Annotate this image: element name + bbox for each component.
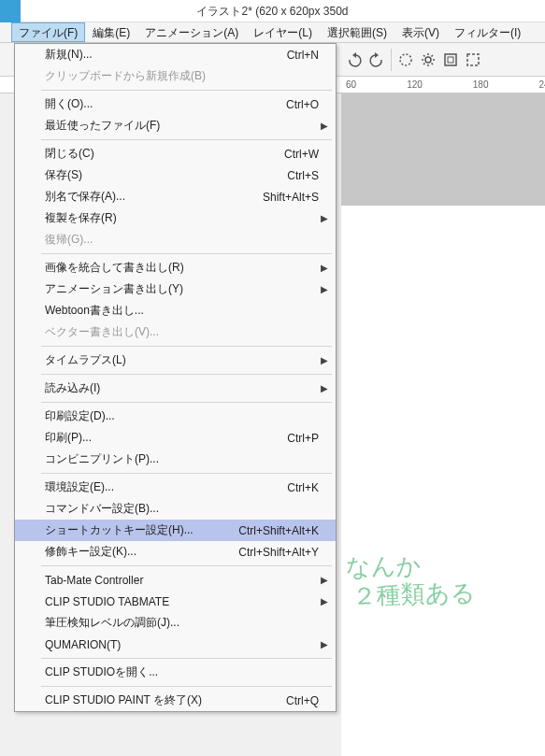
shortcut: Ctrl+Q bbox=[286, 694, 319, 707]
label: 画像を統合して書き出し(R) bbox=[45, 260, 184, 276]
menu-item-close[interactable]: 閉じる(C)Ctrl+W bbox=[15, 143, 336, 164]
label: 複製を保存(R) bbox=[45, 210, 117, 226]
gear-icon[interactable] bbox=[420, 51, 437, 68]
chevron-right-icon: ▶ bbox=[321, 575, 328, 585]
window-titlebar: イラスト2* (620 x 620px 350d bbox=[0, 0, 545, 22]
menu-item-recent[interactable]: 最近使ったファイル(F)▶ bbox=[15, 115, 336, 136]
label: 最近使ったファイル(F) bbox=[45, 118, 160, 134]
menu-layer[interactable]: レイヤー(L) bbox=[246, 22, 320, 42]
label: 別名で保存(A)... bbox=[45, 189, 125, 205]
shortcut: Ctrl+K bbox=[287, 481, 319, 494]
menu-item-export-vector: ベクター書き出し(V)... bbox=[15, 321, 336, 343]
menu-edit[interactable]: 編集(E) bbox=[85, 22, 137, 42]
label: クリップボードから新規作成(B) bbox=[45, 68, 206, 84]
canvas-area bbox=[341, 93, 545, 756]
menu-item-tabmate[interactable]: CLIP STUDIO TABMATE▶ bbox=[15, 591, 336, 612]
shortcut: Ctrl+W bbox=[284, 148, 319, 161]
menu-item-revert: 復帰(G)... bbox=[15, 229, 336, 250]
ruler-tick: 240 bbox=[539, 79, 546, 90]
menu-item-import[interactable]: 読み込み(I)▶ bbox=[15, 378, 336, 399]
menu-item-open-clipstudio[interactable]: CLIP STUDIOを開く... bbox=[15, 662, 336, 683]
svg-rect-3 bbox=[448, 57, 453, 63]
shortcut: Ctrl+N bbox=[287, 49, 319, 62]
menu-item-pen-pressure[interactable]: 筆圧検知レベルの調節(J)... bbox=[15, 612, 336, 634]
menu-item-export-webtoon[interactable]: Webtoon書き出し... bbox=[15, 300, 336, 321]
menu-item-modifier-settings[interactable]: 修飾キー設定(K)...Ctrl+Shift+Alt+Y bbox=[15, 541, 336, 563]
label: CLIP STUDIOを開く... bbox=[45, 664, 158, 680]
label: ベクター書き出し(V)... bbox=[45, 324, 159, 340]
svg-point-0 bbox=[400, 54, 411, 65]
label: 修飾キー設定(K)... bbox=[45, 544, 136, 560]
menu-animation[interactable]: アニメーション(A) bbox=[137, 22, 246, 42]
label: 新規(N)... bbox=[45, 47, 93, 63]
label: CLIP STUDIO PAINT を終了(X) bbox=[45, 692, 202, 708]
label: 閉じる(C) bbox=[45, 146, 94, 162]
svg-point-1 bbox=[425, 57, 431, 63]
menu-item-print[interactable]: 印刷(P)...Ctrl+P bbox=[15, 427, 336, 449]
label: 環境設定(E)... bbox=[45, 479, 114, 495]
menu-view[interactable]: 表示(V) bbox=[394, 22, 447, 42]
label: Tab-Mate Controller bbox=[45, 574, 143, 587]
redo-icon[interactable] bbox=[368, 51, 385, 68]
chevron-right-icon: ▶ bbox=[321, 596, 328, 606]
window-title: イラスト2* (620 x 620px 350d bbox=[196, 5, 348, 18]
menu-item-shortcut-settings[interactable]: ショートカットキー設定(H)...Ctrl+Shift+Alt+K bbox=[15, 520, 336, 541]
menu-item-quit[interactable]: CLIP STUDIO PAINT を終了(X)Ctrl+Q bbox=[15, 690, 336, 711]
label: 筆圧検知レベルの調節(J)... bbox=[45, 615, 179, 631]
label: CLIP STUDIO TABMATE bbox=[45, 595, 169, 608]
menu-item-clipboard-new: クリップボードから新規作成(B) bbox=[15, 65, 336, 87]
label: 印刷設定(D)... bbox=[45, 408, 115, 424]
menu-item-preferences[interactable]: 環境設定(E)...Ctrl+K bbox=[15, 477, 336, 498]
menu-item-saveas[interactable]: 別名で保存(A)...Shift+Alt+S bbox=[15, 186, 336, 207]
svg-rect-2 bbox=[445, 54, 456, 65]
menu-selection[interactable]: 選択範囲(S) bbox=[320, 22, 394, 42]
menu-item-convenience-print[interactable]: コンビニプリント(P)... bbox=[15, 449, 336, 470]
chevron-right-icon: ▶ bbox=[321, 355, 328, 365]
canvas[interactable] bbox=[341, 206, 545, 756]
label: 保存(S) bbox=[45, 167, 82, 183]
shortcut: Ctrl+O bbox=[286, 98, 319, 111]
menu-item-save[interactable]: 保存(S)Ctrl+S bbox=[15, 164, 336, 186]
label: ショートカットキー設定(H)... bbox=[45, 522, 194, 538]
chevron-right-icon: ▶ bbox=[321, 639, 328, 649]
chevron-right-icon: ▶ bbox=[321, 213, 328, 223]
chevron-right-icon: ▶ bbox=[321, 284, 328, 294]
label: 開く(O)... bbox=[45, 96, 93, 112]
shortcut: Ctrl+Shift+Alt+K bbox=[238, 524, 319, 537]
label: Webtoon書き出し... bbox=[45, 303, 144, 319]
shortcut: Ctrl+P bbox=[287, 432, 319, 445]
label: QUMARION(T) bbox=[45, 638, 121, 651]
crop-icon[interactable] bbox=[465, 51, 481, 68]
menu-item-timelapse[interactable]: タイムラプス(L)▶ bbox=[15, 349, 336, 371]
menu-filter[interactable]: フィルター(I) bbox=[447, 22, 528, 42]
svg-rect-4 bbox=[467, 54, 479, 65]
menu-item-export-anim[interactable]: アニメーション書き出し(Y)▶ bbox=[15, 278, 336, 300]
undo-icon[interactable] bbox=[346, 51, 363, 68]
menu-item-tabmate-controller[interactable]: Tab-Mate Controller▶ bbox=[15, 569, 336, 591]
menubar: ファイル(F) 編集(E) アニメーション(A) レイヤー(L) 選択範囲(S)… bbox=[0, 22, 545, 43]
ruler-tick: 180 bbox=[473, 79, 489, 90]
ruler-tick: 60 bbox=[346, 79, 356, 90]
label: 復帰(G)... bbox=[45, 232, 93, 248]
chevron-right-icon: ▶ bbox=[321, 383, 328, 393]
clear-icon[interactable] bbox=[397, 51, 414, 68]
label: 読み込み(I) bbox=[45, 380, 100, 396]
file-menu-dropdown: 新規(N)...Ctrl+N クリップボードから新規作成(B) 開く(O)...… bbox=[14, 43, 337, 712]
menu-file[interactable]: ファイル(F) bbox=[11, 22, 85, 42]
label: コンビニプリント(P)... bbox=[45, 451, 159, 467]
menu-item-qumarion[interactable]: QUMARION(T)▶ bbox=[15, 634, 336, 655]
menu-item-export-merge[interactable]: 画像を統合して書き出し(R)▶ bbox=[15, 257, 336, 278]
label: タイムラプス(L) bbox=[45, 352, 126, 368]
menu-item-commandbar[interactable]: コマンドバー設定(B)... bbox=[15, 498, 336, 520]
shortcut: Ctrl+S bbox=[287, 169, 319, 182]
menu-item-open[interactable]: 開く(O)...Ctrl+O bbox=[15, 93, 336, 115]
label: 印刷(P)... bbox=[45, 430, 92, 446]
label: アニメーション書き出し(Y) bbox=[45, 281, 183, 297]
menu-item-savedup[interactable]: 複製を保存(R)▶ bbox=[15, 207, 336, 229]
menu-item-new[interactable]: 新規(N)...Ctrl+N bbox=[15, 44, 336, 65]
shortcut: Shift+Alt+S bbox=[263, 191, 319, 204]
label: コマンドバー設定(B)... bbox=[45, 501, 159, 517]
chevron-right-icon: ▶ bbox=[321, 263, 328, 273]
menu-item-print-settings[interactable]: 印刷設定(D)... bbox=[15, 406, 336, 427]
snap-icon[interactable] bbox=[442, 51, 459, 68]
